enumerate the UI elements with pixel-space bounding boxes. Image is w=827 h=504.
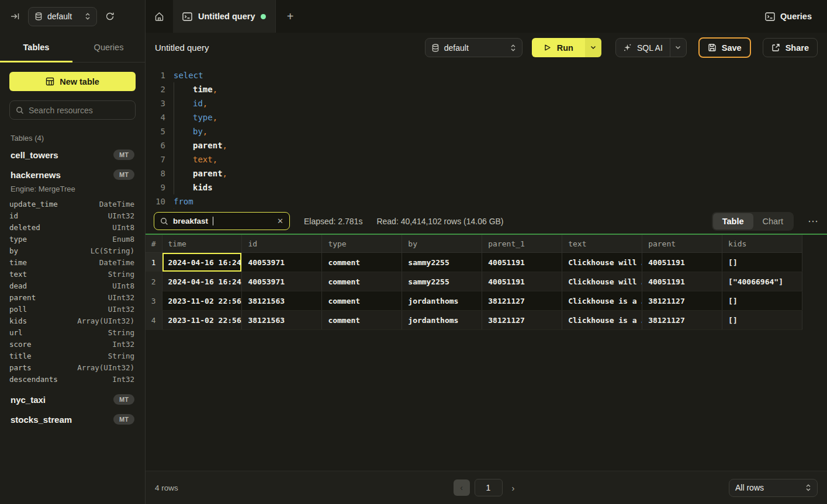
column-type: String bbox=[108, 328, 134, 337]
data-cell[interactable]: [] bbox=[722, 311, 802, 330]
column-type: UInt32 bbox=[108, 211, 134, 220]
line-number: 3 bbox=[146, 96, 165, 110]
data-cell[interactable]: 38121127 bbox=[482, 311, 562, 330]
column-type: Int32 bbox=[112, 375, 134, 384]
data-cell[interactable]: comment bbox=[322, 291, 402, 311]
results-search[interactable]: breakfast ✕ bbox=[154, 212, 290, 230]
table-list-item[interactable]: cell_towersMT bbox=[9, 145, 136, 165]
sidebar-search-input[interactable] bbox=[29, 106, 129, 115]
data-cell[interactable]: 38121127 bbox=[642, 311, 722, 330]
sidebar-tab-tables[interactable]: Tables bbox=[0, 33, 72, 62]
data-cell[interactable]: Clickhouse is a … bbox=[562, 311, 642, 330]
column-header[interactable]: time bbox=[162, 235, 242, 253]
next-page-button[interactable]: › bbox=[507, 481, 520, 495]
column-header[interactable]: text bbox=[562, 235, 642, 253]
line-number: 8 bbox=[146, 166, 165, 180]
view-toggle-table[interactable]: Table bbox=[713, 213, 753, 230]
column-header[interactable]: # bbox=[146, 235, 162, 253]
column-header[interactable]: kids bbox=[722, 235, 802, 253]
data-cell[interactable]: 2023-11-02 22:56… bbox=[162, 311, 242, 330]
row-number-cell[interactable]: 2 bbox=[146, 272, 162, 291]
column-row: idUInt32 bbox=[9, 210, 136, 221]
collapse-sidebar-icon[interactable] bbox=[8, 9, 22, 23]
data-cell[interactable]: 38121127 bbox=[482, 291, 562, 311]
data-cell[interactable]: 40053971 bbox=[242, 272, 322, 291]
sql-ai-button[interactable]: SQL AI bbox=[616, 43, 670, 53]
clear-search-icon[interactable]: ✕ bbox=[277, 217, 283, 225]
page-size-selector[interactable]: All rows bbox=[729, 479, 818, 497]
table-list-item[interactable]: stocks_streamMT bbox=[9, 409, 136, 429]
save-label: Save bbox=[722, 43, 742, 53]
data-cell[interactable]: 2024-04-16 16:24… bbox=[162, 253, 242, 272]
data-cell[interactable]: Clickhouse will … bbox=[562, 272, 642, 291]
row-number-cell[interactable]: 3 bbox=[146, 291, 162, 311]
data-cell[interactable]: 38121563 bbox=[242, 311, 322, 330]
data-cell[interactable]: 2024-04-16 16:24… bbox=[162, 272, 242, 291]
queries-button[interactable]: Queries bbox=[750, 0, 827, 33]
data-cell[interactable]: 38121127 bbox=[642, 291, 722, 311]
run-options-button[interactable] bbox=[585, 38, 601, 57]
column-name: id bbox=[9, 211, 18, 220]
data-cell[interactable]: 38121563 bbox=[242, 291, 322, 311]
sidebar-body: New table Tables (4) cell_towersMThacker… bbox=[0, 62, 145, 439]
data-cell[interactable]: jordanthoms bbox=[402, 311, 482, 330]
home-tab[interactable] bbox=[146, 0, 173, 33]
data-cell[interactable]: 40051191 bbox=[482, 253, 562, 272]
column-name: poll bbox=[9, 305, 27, 314]
data-cell[interactable]: comment bbox=[322, 253, 402, 272]
new-table-button[interactable]: New table bbox=[9, 72, 136, 91]
save-button[interactable]: Save bbox=[698, 37, 751, 58]
column-header[interactable]: parent_1 bbox=[482, 235, 562, 253]
data-cell[interactable]: 40051191 bbox=[482, 272, 562, 291]
data-cell[interactable]: comment bbox=[322, 272, 402, 291]
sidebar-tab-queries[interactable]: Queries bbox=[72, 33, 145, 62]
new-tab-button[interactable]: + bbox=[276, 0, 304, 33]
data-cell[interactable]: sammy2255 bbox=[402, 272, 482, 291]
sql-ai-options-button[interactable] bbox=[670, 39, 686, 57]
table-list-item[interactable]: nyc_taxiMT bbox=[9, 390, 136, 409]
share-button[interactable]: Share bbox=[763, 38, 818, 57]
refresh-icon[interactable] bbox=[103, 9, 117, 23]
data-cell[interactable]: 2023-11-02 22:56… bbox=[162, 291, 242, 311]
run-button[interactable]: Run bbox=[532, 38, 585, 57]
column-name: descendants bbox=[9, 375, 58, 384]
column-header[interactable]: parent bbox=[642, 235, 722, 253]
queries-button-label: Queries bbox=[780, 12, 812, 21]
row-number-cell[interactable]: 1 bbox=[146, 253, 162, 272]
chevron-right-icon: › bbox=[512, 483, 515, 493]
column-header[interactable]: by bbox=[402, 235, 482, 253]
run-database-selector[interactable]: default bbox=[425, 38, 523, 57]
table-list-item[interactable]: hackernewsMT bbox=[9, 165, 136, 185]
row-number-cell[interactable]: 4 bbox=[146, 311, 162, 330]
sql-editor[interactable]: 1select2time,3id,4type,5by,6parent,7text… bbox=[146, 62, 827, 209]
prev-page-button[interactable]: ‹ bbox=[454, 479, 470, 496]
data-cell[interactable]: comment bbox=[322, 311, 402, 330]
data-cell[interactable]: sammy2255 bbox=[402, 253, 482, 272]
data-cell[interactable]: 40053971 bbox=[242, 253, 322, 272]
code-content: id, bbox=[165, 96, 207, 110]
data-cell[interactable]: jordanthoms bbox=[402, 291, 482, 311]
view-toggle: Table Chart bbox=[712, 212, 794, 231]
code-line: 2time, bbox=[146, 82, 827, 96]
table-row: 32023-11-02 22:56…38121563commentjordant… bbox=[146, 291, 802, 311]
data-cell[interactable]: [] bbox=[722, 291, 802, 311]
column-header[interactable]: id bbox=[242, 235, 322, 253]
more-options-icon[interactable]: ⋯ bbox=[808, 215, 819, 228]
line-number: 1 bbox=[146, 68, 165, 82]
column-header[interactable]: type bbox=[322, 235, 402, 253]
tab-untitled-query[interactable]: Untitled query bbox=[173, 0, 276, 33]
view-toggle-chart[interactable]: Chart bbox=[753, 213, 793, 230]
sidebar-search[interactable] bbox=[9, 100, 136, 120]
database-icon bbox=[431, 44, 440, 52]
data-cell[interactable]: ["40066964"] bbox=[722, 272, 802, 291]
search-icon bbox=[16, 106, 24, 114]
current-page[interactable]: 1 bbox=[475, 479, 503, 496]
data-cell[interactable]: 40051191 bbox=[642, 272, 722, 291]
data-cell[interactable]: [] bbox=[722, 253, 802, 272]
column-row: partsArray(UInt32) bbox=[9, 362, 136, 373]
data-cell[interactable]: Clickhouse will … bbox=[562, 253, 642, 272]
data-cell[interactable]: 40051191 bbox=[642, 253, 722, 272]
data-cell[interactable]: Clickhouse is a … bbox=[562, 291, 642, 311]
database-selector[interactable]: default bbox=[28, 7, 97, 26]
code-token: select bbox=[174, 71, 203, 80]
